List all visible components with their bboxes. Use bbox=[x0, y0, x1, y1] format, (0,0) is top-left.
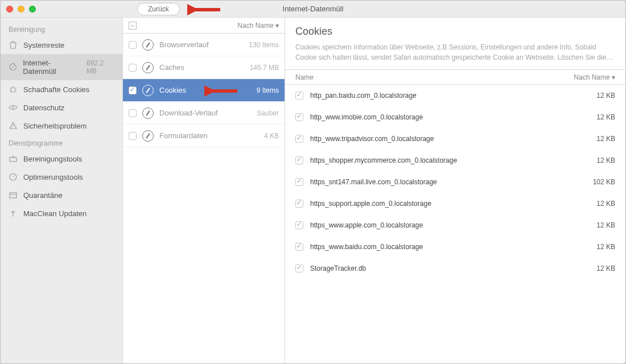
box-icon bbox=[9, 191, 18, 200]
category-item[interactable]: Download-VerlaufSauber bbox=[123, 102, 285, 125]
cookie-row[interactable]: https_www.baidu.com_0.localstorage12 KB bbox=[285, 236, 625, 258]
safari-icon bbox=[9, 63, 17, 72]
cookie-row[interactable]: http_pan.baidu.com_0.localstorage12 KB bbox=[285, 85, 625, 106]
sidebar-item-macclean-updaten[interactable]: MacClean Updaten bbox=[1, 204, 122, 222]
toolbox-icon bbox=[9, 154, 18, 163]
sidebar: BereinigungSystemresteInternet-Datenmüll… bbox=[1, 18, 123, 363]
cookie-size: 102 KB bbox=[593, 178, 615, 186]
category-meta: 4 KB bbox=[264, 132, 279, 140]
gauge-icon bbox=[9, 172, 18, 181]
cookie-size: 12 KB bbox=[596, 200, 615, 208]
category-label: Cookies bbox=[159, 86, 186, 94]
category-meta: 9 Items bbox=[257, 86, 279, 94]
category-meta: Sauber bbox=[257, 109, 279, 117]
cookie-name: https_support.apple.com_0.localstorage bbox=[310, 200, 431, 208]
checkbox[interactable] bbox=[295, 135, 303, 143]
sidebar-item-label: MacClean Updaten bbox=[23, 209, 87, 218]
cookie-name: https_snt147.mail.live.com_0.localstorag… bbox=[310, 178, 437, 186]
sidebar-section-title: Bereinigung bbox=[1, 21, 122, 36]
minimize-icon[interactable] bbox=[18, 6, 24, 13]
checkbox[interactable] bbox=[129, 64, 137, 72]
cookie-size: 12 KB bbox=[596, 113, 615, 121]
cookie-row[interactable]: http_www.tripadvisor.com_0.localstorage1… bbox=[285, 128, 625, 150]
category-meta: 130 Items bbox=[249, 41, 279, 49]
cookie-name: http_www.imobie.com_0.localstorage bbox=[310, 113, 423, 121]
detail-panel: Cookies Cookies speichern Information üb… bbox=[285, 18, 625, 363]
sidebar-item-systemreste[interactable]: Systemreste bbox=[1, 36, 122, 54]
checkbox[interactable] bbox=[295, 156, 303, 164]
category-column: − Nach Name ▾ Browserverlauf130 ItemsCac… bbox=[123, 18, 285, 363]
safari-icon bbox=[142, 107, 154, 119]
checkbox[interactable] bbox=[129, 86, 137, 94]
cookie-name: https_www.apple.com_0.localstorage bbox=[310, 221, 423, 229]
svg-rect-5 bbox=[10, 193, 17, 198]
cookie-row[interactable]: http_www.imobie.com_0.localstorage12 KB bbox=[285, 106, 625, 128]
window-controls bbox=[1, 6, 36, 13]
window-title: Internet-Datenmüll bbox=[283, 5, 344, 13]
checkbox[interactable] bbox=[295, 113, 303, 121]
sidebar-item-sicherheitsproblem[interactable]: Sicherheitsproblem bbox=[1, 117, 122, 135]
sidebar-item-datenschutz[interactable]: Datenschutz bbox=[1, 98, 122, 117]
checkbox[interactable] bbox=[129, 41, 137, 49]
cookie-row[interactable]: https_support.apple.com_0.localstorage12… bbox=[285, 193, 625, 214]
svg-point-2 bbox=[12, 106, 14, 109]
category-meta: 145.7 MB bbox=[250, 64, 279, 72]
category-sort[interactable]: Nach Name ▾ bbox=[237, 22, 279, 30]
safari-icon bbox=[142, 85, 154, 96]
category-label: Browserverlauf bbox=[159, 40, 209, 49]
cookie-row[interactable]: StorageTracker.db12 KB bbox=[285, 258, 625, 279]
zoom-icon[interactable] bbox=[29, 6, 36, 13]
checkbox[interactable] bbox=[295, 178, 303, 186]
checkbox[interactable] bbox=[295, 92, 303, 100]
bug-icon bbox=[9, 85, 18, 94]
checkbox[interactable] bbox=[129, 109, 137, 117]
sidebar-item-optimierungstools[interactable]: Optimierungstools bbox=[1, 168, 122, 186]
titlebar: Zurück Internet-Datenmüll bbox=[1, 1, 625, 18]
checkbox[interactable] bbox=[295, 221, 303, 229]
sidebar-item-label: Optimierungstools bbox=[23, 173, 83, 181]
sidebar-item-schadhafte-cookies[interactable]: Schadhafte Cookies bbox=[1, 80, 122, 98]
safari-icon bbox=[142, 130, 154, 142]
cookie-row[interactable]: https_shopper.mycommerce.com_0.localstor… bbox=[285, 150, 625, 171]
collapse-toggle[interactable]: − bbox=[129, 22, 137, 30]
cookie-name: https_shopper.mycommerce.com_0.localstor… bbox=[310, 156, 457, 164]
eye-icon bbox=[9, 103, 18, 112]
checkbox[interactable] bbox=[295, 200, 303, 208]
sidebar-item-internet-datenmüll[interactable]: Internet-Datenmüll692.2 MB bbox=[1, 54, 122, 80]
update-icon bbox=[9, 209, 18, 218]
detail-sort[interactable]: Nach Name ▾ bbox=[574, 73, 615, 81]
safari-icon bbox=[142, 62, 154, 73]
close-icon[interactable] bbox=[6, 6, 13, 13]
category-header: − Nach Name ▾ bbox=[123, 18, 285, 34]
category-item[interactable]: Cookies9 Items bbox=[123, 79, 285, 102]
trash-icon bbox=[9, 40, 18, 49]
cookie-size: 12 KB bbox=[596, 135, 615, 143]
sidebar-item-bereinigungstools[interactable]: Bereinigungstools bbox=[1, 150, 122, 168]
checkbox[interactable] bbox=[129, 132, 137, 140]
cookie-row[interactable]: https_snt147.mail.live.com_0.localstorag… bbox=[285, 171, 625, 193]
cookie-size: 12 KB bbox=[596, 156, 615, 164]
sidebar-item-label: Datenschutz bbox=[23, 104, 64, 112]
back-button[interactable]: Zurück bbox=[137, 3, 180, 15]
sidebar-item-label: Bereinigungstools bbox=[23, 155, 82, 163]
cookie-row[interactable]: https_www.apple.com_0.localstorage12 KB bbox=[285, 214, 625, 236]
sidebar-item-size: 692.2 MB bbox=[87, 59, 114, 75]
category-item[interactable]: Formulardaten4 KB bbox=[123, 125, 285, 147]
cookie-size: 12 KB bbox=[596, 243, 615, 251]
category-label: Formulardaten bbox=[159, 131, 208, 140]
checkbox[interactable] bbox=[295, 264, 303, 272]
sidebar-item-label: Internet-Datenmüll bbox=[23, 59, 81, 76]
category-item[interactable]: Caches145.7 MB bbox=[123, 56, 285, 79]
svg-rect-3 bbox=[10, 158, 17, 162]
category-label: Caches bbox=[159, 63, 184, 72]
sidebar-section-title: Dienstprogramme bbox=[1, 135, 122, 150]
category-item[interactable]: Browserverlauf130 Items bbox=[123, 34, 285, 56]
cookie-name: http_pan.baidu.com_0.localstorage bbox=[310, 92, 417, 100]
sidebar-item-quarantäne[interactable]: Quarantäne bbox=[1, 186, 122, 204]
category-label: Download-Verlauf bbox=[159, 109, 218, 117]
warn-icon bbox=[9, 121, 18, 130]
checkbox[interactable] bbox=[295, 243, 303, 251]
svg-point-1 bbox=[11, 88, 15, 92]
cookie-name: http_www.tripadvisor.com_0.localstorage bbox=[310, 135, 434, 143]
cookie-name: https_www.baidu.com_0.localstorage bbox=[310, 243, 423, 251]
